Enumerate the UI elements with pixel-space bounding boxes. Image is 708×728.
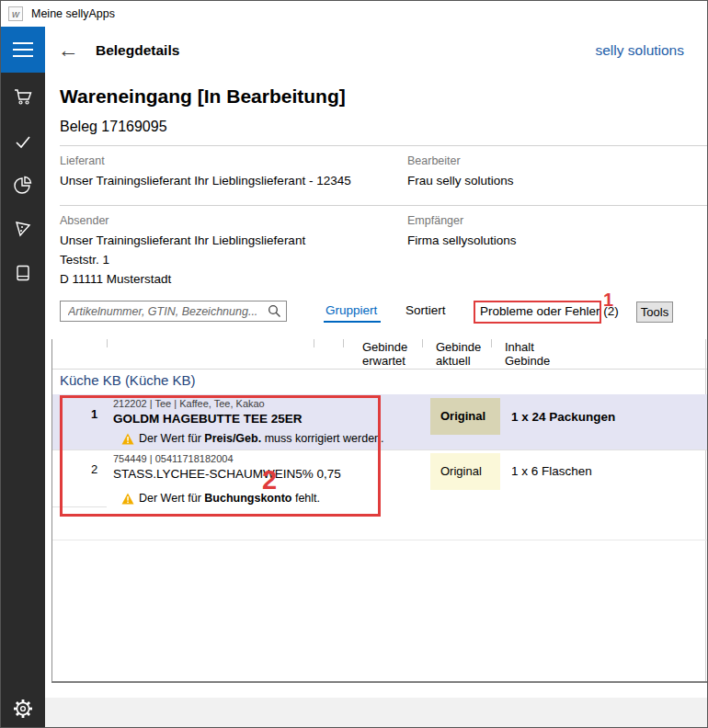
tab-sortiert[interactable]: Sortiert bbox=[405, 303, 446, 317]
active-tab-underline bbox=[324, 321, 381, 323]
search-box bbox=[60, 301, 287, 322]
brand-label: selly solutions bbox=[596, 42, 685, 59]
annotation-callout-1: 1 bbox=[603, 290, 613, 311]
document-number: Beleg 17169095 bbox=[60, 119, 167, 135]
document-title: Wareneingang [In Bearbeitung] bbox=[60, 85, 346, 108]
window-titlebar: w Meine sellyApps bbox=[1, 1, 707, 27]
annotation-callout-2: 2 bbox=[262, 465, 277, 495]
hamburger-icon bbox=[13, 42, 33, 44]
cart-icon[interactable] bbox=[13, 86, 33, 107]
annotation-box-1 bbox=[474, 301, 601, 324]
gebinde-badge[interactable]: Original bbox=[430, 453, 500, 490]
lieferant-value: Unser Trainingslieferant Ihr Lieblingsli… bbox=[60, 174, 351, 188]
window-title: Meine sellyApps bbox=[31, 1, 115, 27]
pie-chart-icon[interactable] bbox=[13, 175, 33, 195]
sidebar bbox=[1, 73, 45, 728]
column-header-gebinde-erwartet[interactable]: Gebinde erwartet bbox=[362, 340, 407, 368]
column-header-inhalt-gebinde[interactable]: Inhalt Gebinde bbox=[505, 340, 550, 368]
hamburger-menu-button[interactable] bbox=[1, 27, 45, 73]
group-header[interactable]: Küche KB (Küche KB) bbox=[60, 372, 196, 388]
book-icon[interactable] bbox=[13, 263, 33, 283]
empfaenger-label: Empfänger bbox=[407, 214, 463, 227]
search-input[interactable] bbox=[66, 302, 264, 320]
absender-line: D 11111 Musterstadt bbox=[60, 272, 171, 286]
table-border-left bbox=[51, 339, 52, 683]
column-header-gebinde-aktuell[interactable]: Gebinde aktuell bbox=[436, 340, 481, 368]
inhalt-gebinde-cell: 1 x 6 Flaschen bbox=[511, 464, 592, 478]
bearbeiter-label: Bearbeiter bbox=[407, 154, 461, 167]
lieferant-label: Lieferant bbox=[60, 154, 105, 167]
divider bbox=[60, 145, 708, 146]
absender-line: Unser Trainingslieferant Ihr Lieblingsli… bbox=[60, 233, 305, 247]
absender-label: Absender bbox=[60, 214, 109, 227]
back-button[interactable]: ← bbox=[54, 36, 82, 63]
bearbeiter-value: Frau selly solutions bbox=[407, 174, 514, 188]
empfaenger-value: Firma sellysolutions bbox=[407, 233, 517, 247]
annotation-box-2 bbox=[60, 395, 381, 517]
tab-gruppiert[interactable]: Gruppiert bbox=[325, 303, 377, 317]
search-icon bbox=[268, 304, 281, 318]
absender-line: Teststr. 1 bbox=[60, 253, 109, 267]
pennant-icon[interactable] bbox=[13, 219, 33, 239]
gebinde-badge[interactable]: Original bbox=[430, 398, 500, 435]
table-border-right bbox=[705, 339, 706, 683]
page-title: Belegdetails bbox=[96, 42, 179, 59]
divider bbox=[60, 205, 708, 206]
tools-button[interactable]: Tools bbox=[636, 301, 673, 323]
checkmark-icon[interactable] bbox=[13, 131, 33, 152]
gear-icon[interactable] bbox=[13, 699, 33, 719]
footer-bar bbox=[45, 698, 708, 728]
app-window: w Meine sellyApps ← Belegdetails selly s… bbox=[0, 0, 708, 728]
table-border-bottom bbox=[51, 681, 708, 683]
inhalt-gebinde-cell: 1 x 24 Packungen bbox=[511, 410, 615, 424]
app-logo-icon: w bbox=[8, 6, 23, 21]
